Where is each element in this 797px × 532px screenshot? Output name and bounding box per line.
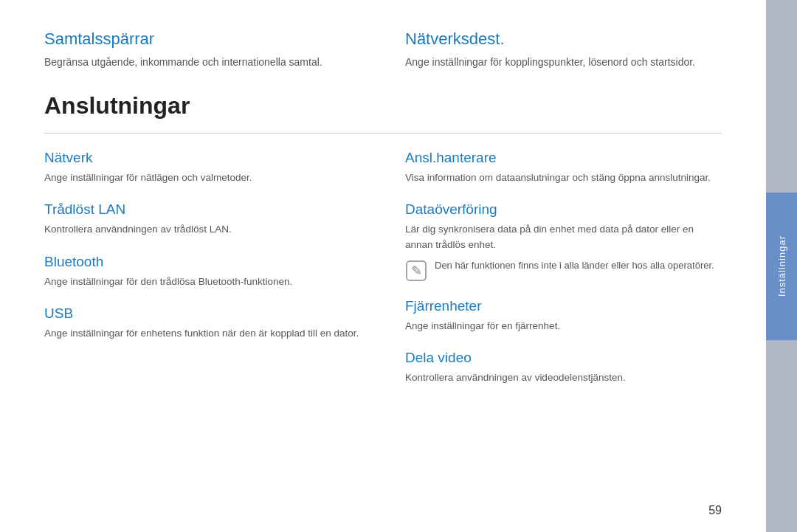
dataoverforing-desc: Lär dig synkronisera data på din enhet m… bbox=[405, 222, 722, 252]
dataoverforing-item: Dataöverföring Lär dig synkronisera data… bbox=[405, 201, 722, 282]
dela-video-desc: Kontrollera användningen av videodelenst… bbox=[405, 370, 722, 385]
samtalssparrar-desc: Begränsa utgående, inkommande och intern… bbox=[44, 55, 361, 70]
sidebar-label: Inställningar bbox=[776, 235, 787, 297]
ansl-hanterare-item: Ansl.hanterare Visa information om dataa… bbox=[405, 150, 722, 185]
left-column: Nätverk Ange inställningar för nätlägen … bbox=[44, 150, 361, 502]
ansl-hanterare-title: Ansl.hanterare bbox=[405, 150, 722, 166]
bluetooth-item: Bluetooth Ange inställningar för den trå… bbox=[44, 254, 361, 289]
dela-video-item: Dela video Kontrollera användningen av v… bbox=[405, 350, 722, 385]
fjarrenheter-title: Fjärrenheter bbox=[405, 298, 722, 314]
section-divider bbox=[44, 133, 722, 134]
anslutningar-title: Anslutningar bbox=[44, 92, 722, 120]
ansl-hanterare-desc: Visa information om dataanslutningar och… bbox=[405, 170, 722, 185]
natverk-item: Nätverk Ange inställningar för nätlägen … bbox=[44, 150, 361, 185]
sidebar: Inställningar bbox=[766, 0, 797, 532]
top-right-item: Nätverksdest. Ange inställningar för kop… bbox=[405, 30, 722, 70]
anslutningar-section: Anslutningar bbox=[44, 92, 722, 150]
tradlost-lan-desc: Kontrollera användningen av trådlöst LAN… bbox=[44, 222, 361, 237]
sidebar-bottom bbox=[766, 340, 797, 533]
top-left-item: Samtalsspärrar Begränsa utgående, inkomm… bbox=[44, 30, 361, 70]
usb-title: USB bbox=[44, 305, 361, 322]
dataoverforing-title: Dataöverföring bbox=[405, 201, 722, 218]
bluetooth-title: Bluetooth bbox=[44, 254, 361, 270]
tradlost-lan-item: Trådlöst LAN Kontrollera användningen av… bbox=[44, 201, 361, 237]
dela-video-title: Dela video bbox=[405, 350, 722, 366]
natverksdest-title: Nätverksdest. bbox=[405, 30, 722, 49]
natverk-title: Nätverk bbox=[44, 150, 361, 166]
svg-text:✎: ✎ bbox=[411, 263, 422, 278]
sidebar-active-section: Inställningar bbox=[766, 193, 797, 340]
note-icon: ✎ bbox=[405, 260, 427, 282]
page-number: 59 bbox=[708, 504, 722, 517]
usb-desc: Ange inställningar för enhetens funktion… bbox=[44, 326, 361, 341]
tradlost-lan-title: Trådlöst LAN bbox=[44, 201, 361, 218]
note-text: Den här funktionen finns inte i alla län… bbox=[435, 258, 714, 273]
natverk-desc: Ange inställningar för nätlägen och valm… bbox=[44, 170, 361, 185]
note-box: ✎ Den här funktionen finns inte i alla l… bbox=[405, 258, 722, 282]
bluetooth-desc: Ange inställningar för den trådlösa Blue… bbox=[44, 274, 361, 289]
samtalssparrar-title: Samtalsspärrar bbox=[44, 30, 361, 49]
right-column: Ansl.hanterare Visa information om dataa… bbox=[405, 150, 722, 502]
natverksdest-desc: Ange inställningar för kopplingspunkter,… bbox=[405, 55, 722, 70]
usb-item: USB Ange inställningar för enhetens funk… bbox=[44, 305, 361, 341]
fjarrenheter-item: Fjärrenheter Ange inställningar för en f… bbox=[405, 298, 722, 334]
sidebar-top bbox=[766, 0, 797, 193]
fjarrenheter-desc: Ange inställningar för en fjärrenhet. bbox=[405, 319, 722, 334]
